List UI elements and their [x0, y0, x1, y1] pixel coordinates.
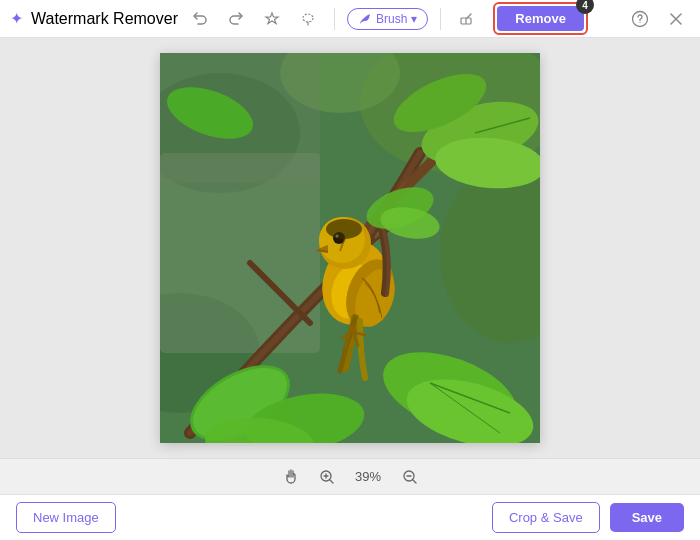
app-logo-icon: ✦: [10, 9, 23, 28]
zoom-bar: 39%: [0, 458, 700, 494]
zoom-out-button[interactable]: [398, 465, 422, 489]
zoom-in-button[interactable]: [315, 465, 339, 489]
canvas-area[interactable]: [0, 38, 700, 458]
svg-line-44: [330, 480, 333, 483]
title-bar: ✦ Watermark Remover Brush ▾: [0, 0, 700, 38]
bird-image: [160, 53, 540, 443]
remove-button-wrapper: Remove 4: [493, 2, 588, 35]
brush-label: Brush: [376, 12, 407, 26]
toolbar-divider-1: [334, 8, 335, 30]
hand-tool-button[interactable]: [279, 465, 303, 489]
svg-point-5: [639, 21, 640, 22]
eraser-tool-button[interactable]: [453, 5, 481, 33]
app-title: Watermark Remover: [31, 10, 178, 28]
remove-badge: 4: [576, 0, 594, 14]
redo-button[interactable]: [222, 5, 250, 33]
svg-point-0: [303, 14, 313, 22]
remove-button[interactable]: Remove: [497, 6, 584, 31]
close-button[interactable]: [662, 5, 690, 33]
undo-button[interactable]: [186, 5, 214, 33]
brush-dropdown-icon: ▾: [411, 12, 417, 26]
toolbar-divider-2: [440, 8, 441, 30]
bottom-bar: New Image Crop & Save Save: [0, 494, 700, 540]
help-button[interactable]: [626, 5, 654, 33]
crop-save-button[interactable]: Crop & Save: [492, 502, 600, 533]
new-image-button[interactable]: New Image: [16, 502, 116, 533]
svg-line-47: [413, 480, 416, 483]
brush-tool-button[interactable]: Brush ▾: [347, 8, 428, 30]
star-tool-button[interactable]: [258, 5, 286, 33]
lasso-tool-button[interactable]: [294, 5, 322, 33]
image-container: [160, 53, 540, 443]
svg-point-36: [326, 219, 362, 239]
save-button[interactable]: Save: [610, 503, 684, 532]
zoom-level: 39%: [351, 469, 386, 484]
